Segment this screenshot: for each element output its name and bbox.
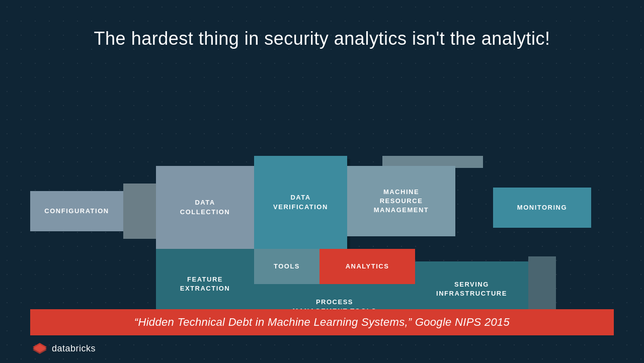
block-tools-label: TOOLS xyxy=(274,262,300,271)
block-analytics: ANALYTICS xyxy=(319,249,415,284)
block-feature-extraction-label: FEATURE EXTRACTION xyxy=(180,275,230,293)
block-configuration: CONFIGURATION xyxy=(30,191,123,231)
block-machine-resource-label: MACHINE RESOURCE MANAGEMENT xyxy=(374,188,429,215)
block-feature-extraction: FEATURE EXTRACTION xyxy=(156,249,254,319)
block-analytics-label: ANALYTICS xyxy=(346,262,389,271)
slide: The hardest thing in security analytics … xyxy=(0,0,644,363)
block-serving-infra-label: SERVING INFRASTRUCTURE xyxy=(436,280,507,298)
block-tools: TOOLS xyxy=(254,249,319,284)
svg-marker-2 xyxy=(33,344,47,352)
block-monitoring-label: MONITORING xyxy=(517,203,567,212)
logo-area: databricks xyxy=(33,343,96,354)
citation-text: “Hidden Technical Debt in Machine Learni… xyxy=(134,316,510,329)
block-machine-resource: MACHINE RESOURCE MANAGEMENT xyxy=(347,166,455,236)
diagram: CONFIGURATION DATA COLLECTION DATA VERIF… xyxy=(30,78,614,274)
block-data-verification: DATA VERIFICATION xyxy=(254,156,347,249)
block-data-collection: DATA COLLECTION xyxy=(156,166,254,249)
slide-title: The hardest thing in security analytics … xyxy=(94,28,550,49)
logo-text: databricks xyxy=(52,343,96,354)
block-monitoring: MONITORING xyxy=(493,188,591,228)
block-configuration-label: CONFIGURATION xyxy=(44,207,109,216)
block-serving-infra: SERVING INFRASTRUCTURE xyxy=(415,261,528,317)
citation-bar: “Hidden Technical Debt in Machine Learni… xyxy=(30,309,614,335)
block-data-verification-label: DATA VERIFICATION xyxy=(273,193,328,211)
block-small-left xyxy=(123,184,156,239)
block-data-collection-label: DATA COLLECTION xyxy=(180,198,230,216)
block-small-right xyxy=(528,256,556,317)
databricks-logo-icon xyxy=(33,343,47,354)
